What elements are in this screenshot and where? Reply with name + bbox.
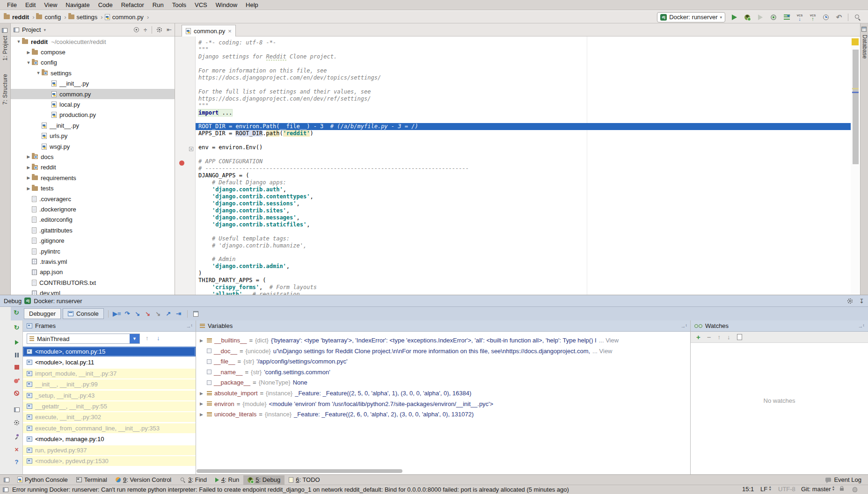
menu-code[interactable]: Code [94,0,117,9]
frame-row[interactable]: execute, __init__.py:302 [23,412,196,422]
chevron-collapsed-icon[interactable]: ▶ [25,50,32,55]
menu-refactor[interactable]: Refactor [117,0,148,9]
frame-row[interactable]: execute_from_command_line, __init__.py:3… [23,423,196,433]
tool-tab-version-control[interactable]: 9: Version Control [111,475,175,485]
show-execution-point-button[interactable]: ▶≡ [113,310,121,318]
breadcrumb-item-config[interactable]: config [36,14,61,21]
menu-file[interactable]: File [3,0,21,9]
tree-item--gitignore[interactable]: .gitignore [11,235,175,246]
duplicate-icon[interactable] [737,334,742,340]
fold-expand-icon[interactable]: + [189,147,193,151]
restore-layout-button[interactable] [12,405,22,414]
chevron-down-icon[interactable]: ▼ [130,334,139,343]
frame-down-icon[interactable]: ↓ [157,334,160,341]
pin-button[interactable] [12,431,22,441]
help-button[interactable]: ? [12,457,22,467]
expand-icon[interactable]: ▶ [200,338,204,343]
smart-step-into-button[interactable]: ↘ [154,310,162,318]
profiler-button[interactable] [769,13,778,22]
lock-icon[interactable] [840,485,844,492]
tool-stripe-project[interactable]: 1: Project [2,36,8,61]
add-watch-icon[interactable]: + [696,333,700,341]
tree-item--editorconfig[interactable]: .editorconfig [11,215,175,225]
pin-tab-icon[interactable]: →ᵗ [681,323,687,329]
variable-row-unicode_literals[interactable]: ▶unicode_literals = {instance}_Feature: … [196,409,690,419]
tree-item--gitattributes[interactable]: .gitattributes [11,225,175,235]
inspections-profile-icon[interactable] [853,487,857,494]
run-button[interactable] [730,13,738,22]
pin-tab-icon[interactable]: →ᵗ [186,323,192,329]
chevron-collapsed-icon[interactable]: ▶ [25,186,32,191]
chevron-down-icon[interactable]: ▾ [44,28,46,32]
force-step-into-button[interactable]: ↘ [144,310,152,318]
settings-button[interactable] [12,418,22,428]
variable-row-__builtins__[interactable]: ▶__builtins__ = {dict}{'bytearray': <typ… [196,335,690,345]
menu-vcs[interactable]: VCS [190,0,212,9]
coverage-button[interactable] [756,13,765,22]
chevron-collapsed-icon[interactable]: ▶ [25,165,32,170]
variable-row-__name__[interactable]: __name__ = {str}'config.settings.common' [196,367,690,377]
step-out-button[interactable]: ↗ [164,310,173,318]
tree-item-dev-yml[interactable]: dev.yml [11,288,175,295]
menu-help[interactable]: Help [241,0,263,9]
close-button[interactable]: × [12,444,22,454]
tree-item-reddit[interactable]: ▼reddit~/cookiecutter/reddit [11,36,175,47]
frame-row[interactable]: <module>, common.py:15 [23,347,196,356]
rerun-button[interactable]: ↻ [12,308,21,317]
tree-item-reddit[interactable]: ▶reddit [11,162,175,173]
chevron-expanded-icon[interactable]: ▼ [25,60,32,65]
tool-tab-terminal[interactable]: Terminal [72,475,111,485]
pause-button[interactable] [12,350,22,360]
resume-button[interactable] [12,337,22,347]
frame-row[interactable]: <module>, manage.py:10 [23,434,196,444]
menu-view[interactable]: View [40,0,61,9]
tree-item--pylintrc[interactable]: .pylintrc [11,246,175,256]
status-grid-icon[interactable] [3,487,8,492]
breakpoint-icon[interactable] [179,160,184,166]
toolwindow-switcher-icon[interactable] [4,478,9,482]
close-icon[interactable]: × [228,28,232,35]
editor-scrollbar[interactable] [851,36,860,295]
variable-row-environ[interactable]: ▶environ = {module}<module 'environ' fro… [196,399,690,409]
tree-item-CONTRIBUTORS-txt[interactable]: CONTRIBUTORS.txt [11,277,175,288]
tree-item-__init__-py[interactable]: __init__.py [11,120,175,131]
tool-tab-debug[interactable]: 5: Debug [243,475,284,485]
git-branch-indicator[interactable]: Git: master▲▼ [801,486,835,493]
encoding-indicator[interactable]: UTF-8 [778,486,795,493]
undo-button[interactable]: ↶ [835,13,843,22]
tree-item-wsgi-py[interactable]: wsgi.py [11,141,175,152]
scrollbar-thumb[interactable] [853,50,859,164]
error-stripe-mark[interactable] [852,92,859,93]
tree-item-settings[interactable]: ▼settings [11,68,175,78]
remove-watch-icon[interactable]: − [707,333,711,341]
breadcrumb-item-reddit[interactable]: reddit [4,14,29,21]
expand-icon[interactable]: ▶ [200,412,204,417]
tree-item-requirements[interactable]: ▶requirements [11,173,175,183]
chevron-expanded-icon[interactable]: ▼ [35,71,42,75]
panel-divider[interactable] [690,320,691,475]
tree-item--dockerignore[interactable]: .dockerignore [11,204,175,214]
rerun-button[interactable]: ↻ [12,322,22,332]
collapse-icon[interactable]: ÷ [144,26,147,33]
rerun-running-button[interactable] [782,13,791,22]
vcs-update-button[interactable]: VCS↓ [795,13,804,22]
menu-run[interactable]: Run [148,0,168,9]
chevron-expanded-icon[interactable]: ▼ [15,39,22,44]
menu-window[interactable]: Window [212,0,241,9]
tree-item--coveragerc[interactable]: .coveragerc [11,194,175,204]
step-over-button[interactable]: ↷ [123,310,131,318]
frame-row[interactable]: __init__, __init__.py:99 [23,379,196,389]
error-stripe-mark[interactable] [852,88,859,89]
tab-debugger[interactable]: Debugger [24,308,61,319]
hide-icon[interactable]: ⇤ [167,26,172,33]
tree-item-local-py[interactable]: local.py [11,99,175,109]
menu-tools[interactable]: Tools [168,0,190,9]
variable-row-absolute_import[interactable]: ▶absolute_import = {instance}_Feature: _… [196,388,690,398]
variables-hscrollbar[interactable] [197,469,402,473]
frame-up-icon[interactable]: ↑ [146,334,149,341]
tool-tab-run[interactable]: 4: Run [211,475,243,485]
move-up-icon[interactable]: ↑ [718,334,721,341]
view-link[interactable]: ... View [599,337,619,344]
caret-position[interactable]: 15:1 [742,486,754,493]
variable-row-__doc__[interactable]: __doc__ = {unicode}u'\nDjango settings f… [196,346,690,356]
